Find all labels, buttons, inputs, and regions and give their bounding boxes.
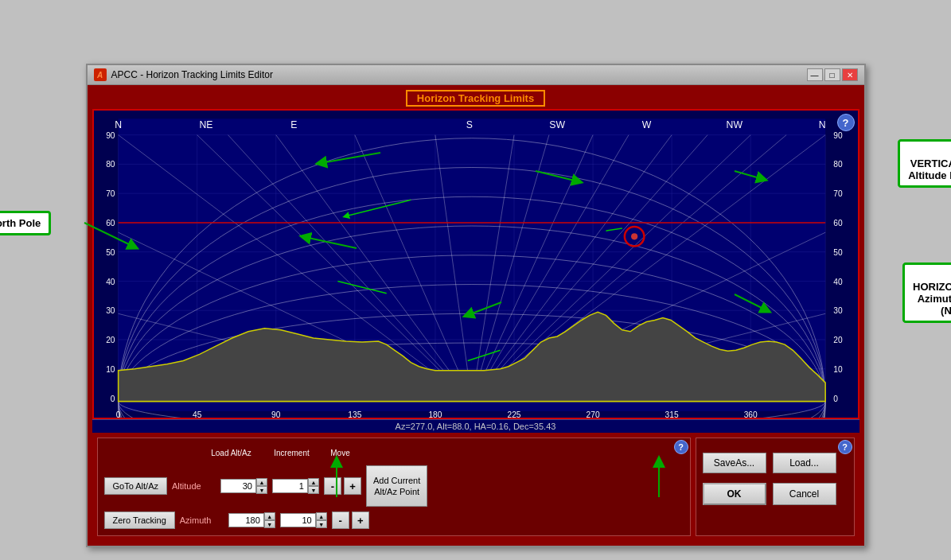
annotation-vertical-axis: VERTICAL AXIS Altitude Degrees	[898, 139, 951, 188]
increment2-spin: ▲ ▼	[316, 512, 327, 528]
svg-text:30: 30	[833, 306, 843, 315]
move1-plus[interactable]: +	[344, 477, 361, 495]
move1-minus[interactable]: -	[324, 477, 341, 495]
svg-text:70: 70	[833, 189, 843, 198]
svg-text:225: 225	[507, 410, 520, 419]
svg-text:80: 80	[833, 160, 843, 169]
move2-group: - +	[332, 511, 369, 529]
altitude-input[interactable]	[220, 479, 256, 493]
window-title: APCC - Horizon Tracking Limits Editor	[111, 69, 273, 80]
chart-header: Horizon Tracking Limits	[92, 90, 859, 107]
svg-text:180: 180	[428, 410, 442, 419]
move2-plus[interactable]: +	[352, 511, 369, 529]
svg-text:S: S	[466, 119, 472, 130]
svg-text:W: W	[641, 119, 651, 130]
svg-text:315: 315	[665, 410, 678, 419]
altitude-input-group: ▲ ▼	[220, 478, 267, 494]
svg-text:NW: NW	[726, 119, 742, 130]
svg-text:10: 10	[833, 365, 843, 374]
increment2-group: ▲ ▼	[280, 512, 327, 528]
increment1-input[interactable]	[272, 479, 308, 493]
load-altaz-header: Load Alt/Az	[211, 449, 251, 457]
svg-text:NE: NE	[199, 119, 212, 130]
svg-text:360: 360	[743, 410, 757, 419]
azimuth-spin: ▲ ▼	[264, 512, 275, 528]
svg-text:10: 10	[106, 365, 115, 374]
svg-text:90: 90	[106, 131, 115, 140]
svg-text:50: 50	[106, 248, 115, 257]
increment2-input[interactable]	[280, 513, 316, 527]
increment1-spin: ▲ ▼	[308, 478, 319, 494]
svg-text:N: N	[818, 119, 825, 130]
title-bar: A APCC - Horizon Tracking Limits Editor …	[88, 65, 864, 85]
svg-text:270: 270	[586, 410, 599, 419]
horizon-tracking-label: Horizon Tracking Limits	[406, 90, 545, 107]
azimuth-row: Zero Tracking Azimuth ▲ ▼	[104, 511, 684, 529]
main-content: Horizon Tracking Limits ? N NE E S SW W	[88, 85, 864, 546]
svg-text:40: 40	[106, 278, 115, 286]
svg-text:SW: SW	[549, 119, 565, 130]
altitude-row: GoTo Alt/Az Altitude ▲ ▼ ▲	[104, 465, 684, 507]
altitude-label: Altitude	[172, 481, 216, 491]
annotation-horizontal-axis: HORIZONTAL AXIS Azimuth Degrees (N=360)	[902, 262, 951, 323]
close-button[interactable]: ✕	[842, 68, 858, 81]
move1-group: - +	[324, 477, 361, 495]
svg-text:20: 20	[833, 336, 843, 344]
svg-text:E: E	[290, 119, 297, 130]
increment1-group: ▲ ▼	[272, 478, 319, 494]
svg-text:135: 135	[348, 410, 361, 419]
azimuth-input-group: ▲ ▼	[228, 512, 275, 528]
increment2-up[interactable]: ▲	[316, 512, 327, 520]
azimuth-label: Azimuth	[180, 515, 224, 525]
cancel-button[interactable]: Cancel	[773, 483, 836, 505]
svg-point-89	[631, 233, 637, 239]
altitude-spin: ▲ ▼	[256, 478, 267, 494]
svg-text:90: 90	[271, 410, 281, 419]
move2-minus[interactable]: -	[332, 511, 349, 529]
annotation-north-pole: North Pole	[0, 211, 51, 235]
azimuth-down[interactable]: ▼	[264, 520, 275, 528]
svg-text:45: 45	[193, 410, 202, 419]
increment-header: Increment	[274, 449, 309, 457]
svg-text:30: 30	[106, 306, 115, 315]
azimuth-up[interactable]: ▲	[264, 512, 275, 520]
status-bar: Az=277.0, Alt=88.0, HA=0.16, Dec=35.43	[92, 419, 859, 433]
svg-text:20: 20	[106, 336, 115, 344]
move-header: Move	[330, 449, 349, 457]
app-icon: A	[94, 68, 107, 81]
svg-text:70: 70	[106, 189, 115, 198]
svg-text:0: 0	[110, 395, 115, 403]
chart-area: ? N NE E S SW W NW N 90	[92, 109, 859, 419]
bottom-controls: ? Load Alt/Az Increment Move	[92, 433, 859, 541]
ok-button[interactable]: OK	[703, 483, 766, 505]
chart-svg: N NE E S SW W NW N 90 80 70 60 50 40 30	[94, 111, 858, 419]
increment1-down[interactable]: ▼	[308, 486, 319, 494]
svg-text:N: N	[115, 119, 122, 130]
saveas-button[interactable]: SaveAs...	[703, 453, 766, 473]
help-button-chart[interactable]: ?	[837, 114, 855, 131]
add-current-button[interactable]: Add CurrentAlt/Az Point	[366, 465, 427, 507]
increment1-up[interactable]: ▲	[308, 478, 319, 486]
azimuth-input[interactable]	[228, 513, 264, 527]
load-button[interactable]: Load...	[773, 453, 836, 473]
main-window: A APCC - Horizon Tracking Limits Editor …	[86, 64, 866, 547]
goto-altaz-button[interactable]: GoTo Alt/Az	[104, 477, 167, 495]
altitude-down[interactable]: ▼	[256, 486, 267, 494]
svg-text:60: 60	[106, 219, 115, 228]
svg-text:0: 0	[833, 395, 838, 403]
svg-text:60: 60	[833, 219, 843, 228]
minimize-button[interactable]: —	[807, 68, 823, 81]
svg-text:80: 80	[106, 160, 115, 169]
controls-right: ? SaveAs... Load... OK Cancel	[696, 438, 855, 536]
svg-text:50: 50	[833, 248, 843, 257]
svg-text:40: 40	[833, 278, 843, 286]
maximize-button[interactable]: □	[824, 68, 840, 81]
svg-text:90: 90	[833, 131, 843, 140]
help-button-right[interactable]: ?	[838, 440, 852, 454]
increment2-down[interactable]: ▼	[316, 520, 327, 528]
controls-left: ? Load Alt/Az Increment Move	[97, 438, 691, 536]
zero-tracking-button[interactable]: Zero Tracking	[104, 511, 175, 529]
altitude-up[interactable]: ▲	[256, 478, 267, 486]
help-button-controls[interactable]: ?	[674, 440, 688, 454]
